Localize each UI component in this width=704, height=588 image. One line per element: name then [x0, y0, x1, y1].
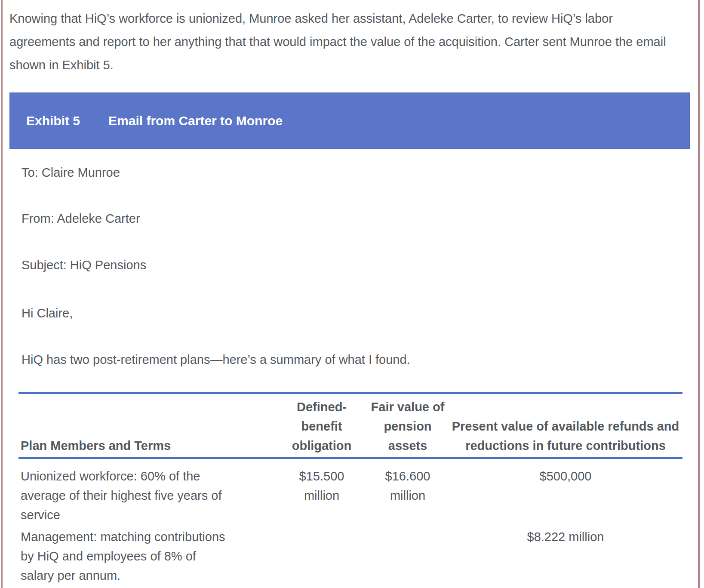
- table-header-row: Plan Members and Terms Defined-benefit o…: [18, 394, 682, 457]
- exhibit-title: Email from Carter to Monroe: [108, 114, 283, 128]
- cell-fair-value: $16.600 million: [367, 467, 449, 505]
- document-page: Knowing that HiQ’s workforce is unionize…: [0, 0, 704, 588]
- table-row-unionized: Unionized workforce: 60% of the average …: [18, 459, 682, 525]
- email-greeting: Hi Claire,: [22, 306, 73, 320]
- cell-plan-terms: Unionized workforce: 60% of the average …: [18, 467, 277, 525]
- email-to-line: To: Claire Munroe: [22, 166, 120, 180]
- exhibit-label: Exhibit 5: [26, 114, 80, 128]
- cell-plan-terms: Management: matching contributions by Hi…: [18, 527, 277, 585]
- cell-pv-refunds: $8.222 million: [449, 527, 682, 547]
- right-page-border: [698, 0, 700, 588]
- header-fair-value-pension-assets: Fair value of pension assets: [367, 397, 449, 456]
- cell-pv-refunds: $500,000: [449, 467, 682, 486]
- email-from-line: From: Adeleke Carter: [22, 212, 140, 226]
- pension-plans-table: Plan Members and Terms Defined-benefit o…: [18, 392, 682, 588]
- email-body-line: HiQ has two post-retirement plans—here’s…: [22, 353, 410, 367]
- header-plan-members: Plan Members and Terms: [18, 436, 277, 456]
- table-row-management: Management: matching contributions by Hi…: [18, 525, 682, 588]
- exhibit-header-bar: Exhibit 5 Email from Carter to Monroe: [9, 92, 690, 149]
- header-defined-benefit-obligation: Defined-benefit obligation: [277, 397, 367, 456]
- header-pv-available-refunds: Present value of available refunds and r…: [449, 417, 682, 456]
- intro-paragraph: Knowing that HiQ’s workforce is unionize…: [9, 7, 667, 77]
- email-subject-line: Subject: HiQ Pensions: [22, 258, 146, 272]
- cell-dbo: $15.500 million: [277, 467, 367, 505]
- left-page-border: [1, 0, 3, 588]
